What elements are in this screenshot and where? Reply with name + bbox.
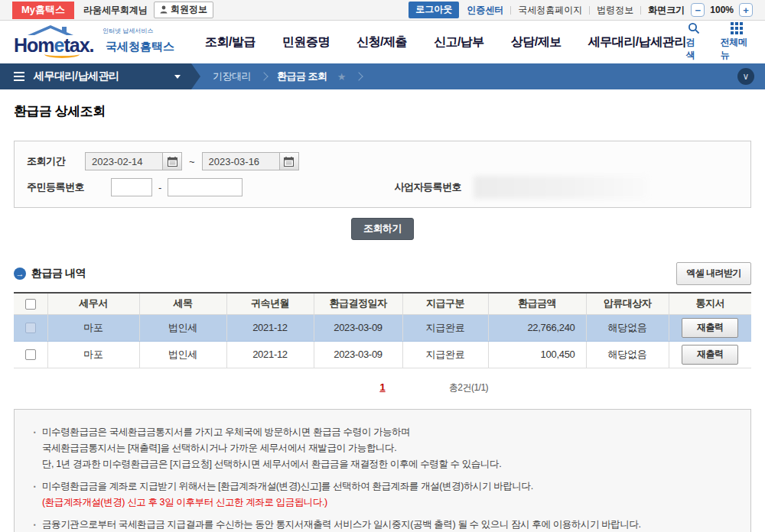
notice-cell: 재출력 [669, 314, 751, 341]
chevron-down-icon: ∨ [743, 71, 750, 82]
nts-homepage-link[interactable]: 국세청홈페이지 [518, 4, 582, 17]
divider [510, 6, 511, 15]
logo-service-name: 국세청홈택스 [106, 40, 174, 54]
zoom-in-button[interactable]: + [739, 3, 753, 17]
reprint-button[interactable]: 재출력 [682, 318, 738, 338]
table-row[interactable]: 마포 법인세 2021-12 2023-03-09 지급완료 100,450 해… [14, 341, 751, 368]
search-form: 조회기간 ~ [14, 141, 751, 208]
calendar-icon [284, 157, 294, 167]
member-info-button[interactable]: 회원정보 [154, 2, 213, 18]
col-notice: 통지서 [669, 293, 751, 314]
search-icon [688, 22, 700, 34]
divider [640, 6, 641, 15]
favorite-star-icon[interactable]: ★ [337, 71, 347, 83]
decision-date-cell: 2023-03-09 [314, 314, 402, 341]
payment-status-cell: 지급완료 [402, 341, 488, 368]
date-range-tilde: ~ [189, 156, 195, 167]
period-row: 조회기간 ~ [27, 148, 738, 174]
breadcrumb-bar: 세무대리/납세관리 기장대리 환급금 조회 ★ ∨ [0, 63, 765, 89]
row-select-cell [14, 314, 47, 341]
reprint-button[interactable]: 재출력 [682, 345, 738, 365]
row-checkbox[interactable] [25, 349, 36, 360]
excel-download-button[interactable]: 엑셀 내려받기 [676, 262, 751, 285]
breadcrumb-menu-dropdown[interactable]: 세무대리/납세관리 [0, 63, 200, 89]
global-nav: 조회/발급 민원증명 신청/제출 신고/납부 상담/제보 세무대리/납세관리 [205, 34, 686, 50]
rrn-label: 주민등록번호 [27, 180, 111, 194]
period-label: 조회기간 [27, 154, 85, 168]
person-icon [160, 5, 168, 14]
refund-amount-cell: 100,450 [488, 341, 586, 368]
hometax-logo[interactable]: Hometax. 인터넷 납세서비스 국세청홈택스 [12, 24, 194, 60]
col-tax-office: 세무서 [47, 293, 139, 314]
breadcrumb-item-refund-inquiry[interactable]: 환급금 조회 [277, 70, 327, 83]
notice-text: 미수령환급금은 국세환급금통지서를 가지고 우체국에 방문하시면 환급금 수령이… [34, 424, 731, 440]
collapse-menu-button[interactable]: ∨ [737, 68, 754, 85]
member-info-label: 회원정보 [171, 3, 207, 16]
decision-date-cell: 2023-03-09 [314, 341, 402, 368]
brn-label: 사업자등록번호 [395, 180, 462, 194]
col-attribution-period: 귀속년월 [226, 293, 314, 314]
search-label: 검색 [686, 36, 702, 62]
notice-item: 미수령환급금은 국세환급금통지서를 가지고 우체국에 방문하시면 환급금 수령이… [34, 424, 731, 472]
notice-text: 국세환급금통지서는 [재출력]을 선택하시거나 가까운 세무서에서 재발급이 가… [34, 440, 731, 456]
select-all-checkbox[interactable] [25, 299, 36, 310]
section-arrow-icon: → [14, 268, 26, 280]
payment-status-cell: 지급완료 [402, 314, 488, 341]
attribution-period-cell: 2021-12 [226, 314, 314, 341]
auth-center-link[interactable]: 인증센터 [467, 4, 503, 17]
date-to-input[interactable] [202, 152, 280, 170]
results-section-title: 환급금 내역 [31, 267, 86, 281]
rrn-dash: - [158, 182, 161, 193]
attribution-period-cell: 2021-12 [226, 341, 314, 368]
date-from-input[interactable] [85, 152, 163, 170]
tax-item-cell: 법인세 [139, 314, 226, 341]
nav-tax-agent-management[interactable]: 세무대리/납세관리 [588, 34, 686, 50]
dropdown-caret-icon [174, 75, 181, 79]
notice-item: 금융기관으로부터 국세환급금 지급결과를 수신하는 동안 통지서재출력 서비스가… [34, 517, 731, 532]
nav-civil-certificate[interactable]: 민원증명 [282, 34, 330, 50]
notice-cell: 재출력 [669, 341, 751, 368]
calendar-to-button[interactable] [279, 152, 299, 170]
total-count-text: 총2건(1/1) [449, 381, 488, 394]
search-submit-button[interactable]: 조회하기 [351, 218, 414, 240]
col-refund-amount: 환급금액 [488, 293, 586, 314]
law-info-link[interactable]: 법령정보 [597, 4, 633, 17]
row-checkbox[interactable] [25, 323, 36, 333]
nav-inquiry-issue[interactable]: 조회/발급 [205, 34, 256, 50]
search-button[interactable]: 검색 [686, 22, 702, 62]
refund-table: 세무서 세목 귀속년월 환급결정일자 지급구분 환급금액 압류대상자 통지서 마… [14, 292, 751, 368]
my-hometax-button[interactable]: My홈택스 [12, 2, 74, 19]
notice-item: 미수령환급금을 계좌로 지급받기 위해서는 [환급계좌개설(변경)신고]를 선택… [34, 478, 731, 511]
page-number-link[interactable]: 1 [379, 381, 385, 393]
breadcrumb-item-bookkeeping[interactable]: 기장대리 [213, 70, 251, 83]
divider [589, 6, 590, 15]
calendar-icon [168, 157, 177, 167]
col-payment-status: 지급구분 [402, 293, 488, 314]
col-seizure-target: 압류대상자 [586, 293, 669, 314]
zoom-out-button[interactable]: − [691, 3, 705, 17]
all-menu-button[interactable]: 전체메뉴 [721, 22, 753, 62]
table-row[interactable]: 마포 법인세 2021-12 2023-03-09 지급완료 22,766,24… [14, 314, 751, 341]
col-decision-date: 환급결정일자 [314, 293, 402, 314]
calendar-from-button[interactable] [162, 152, 182, 170]
breadcrumb: 기장대리 환급금 조회 ★ [200, 70, 362, 83]
hometax-wordmark: Hometax. [14, 34, 94, 57]
logout-button[interactable]: 로그아웃 [409, 2, 459, 18]
table-header-row: 세무서 세목 귀속년월 환급결정일자 지급구분 환급금액 압류대상자 통지서 [14, 293, 751, 314]
nav-report-pay[interactable]: 신고/납부 [434, 34, 484, 50]
rrn-row: 주민등록번호 - 사업자등록번호 [27, 174, 738, 200]
nav-application-submit[interactable]: 신청/제출 [356, 34, 407, 50]
chevron-separator-icon [259, 72, 268, 80]
utility-bar: My홈택스 라움세무회계님 회원정보 로그아웃 인증센터 국세청홈페이지 법령정… [0, 0, 765, 21]
all-menu-label: 전체메뉴 [721, 36, 753, 62]
rrn-back-input[interactable] [168, 178, 243, 196]
refund-amount-cell: 22,766,240 [488, 314, 586, 341]
rrn-front-input[interactable] [111, 178, 152, 196]
pagination: 1 총2건(1/1) [14, 380, 751, 395]
nav-consult-report[interactable]: 상담/제보 [511, 34, 562, 50]
results-section-header: → 환급금 내역 엑셀 내려받기 [14, 262, 751, 285]
username-text: 라움세무회계님 [83, 4, 148, 17]
brn-redacted-value [474, 176, 648, 199]
site-header: Hometax. 인터넷 납세서비스 국세청홈택스 조회/발급 민원증명 신청/… [0, 21, 765, 63]
notice-text: 미수령환급금을 계좌로 지급받기 위해서는 [환급계좌개설(변경)신고]를 선택… [34, 478, 731, 495]
